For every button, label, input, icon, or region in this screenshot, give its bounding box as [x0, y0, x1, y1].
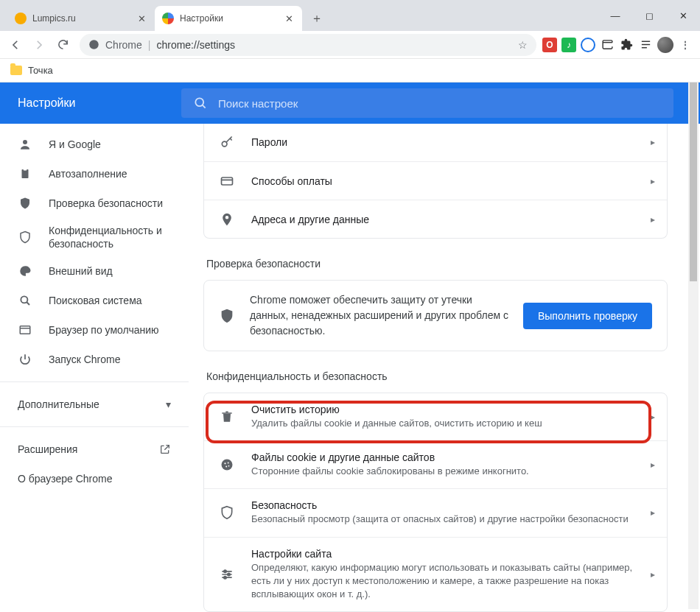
sidebar-extensions[interactable]: Расширения	[0, 435, 189, 464]
svg-line-10	[27, 302, 29, 305]
svg-point-9	[21, 296, 27, 303]
separator	[0, 381, 189, 382]
reload-button[interactable]	[52, 34, 74, 56]
shield-check-icon	[219, 308, 235, 324]
bookmarks-bar: Точка	[0, 59, 700, 82]
ext-icon-3[interactable]	[581, 38, 595, 52]
tab-title: Настройки	[180, 13, 223, 24]
row-site-settings[interactable]: Настройки сайта Определяют, какую информ…	[204, 537, 667, 612]
chevron-down-icon: ▾	[166, 398, 171, 410]
browser-icon	[18, 323, 32, 337]
ext-icon-2[interactable]: ♪	[561, 38, 576, 52]
page-title: Настройки	[0, 96, 169, 110]
svg-rect-8	[24, 169, 27, 171]
ext-icon-4[interactable]	[600, 38, 615, 52]
sidebar-item-autofill[interactable]: Автозаполнение	[0, 159, 189, 189]
svg-point-16	[222, 460, 233, 471]
kebab-menu-icon[interactable]: ⋮	[678, 38, 693, 52]
privacy-section-title: Конфиденциальность и безопасность	[206, 370, 668, 382]
svg-line-5	[203, 105, 206, 108]
address-bar[interactable]: Chrome | chrome://settings ☆	[80, 34, 536, 56]
run-safety-check-button[interactable]: Выполнить проверку	[523, 303, 652, 329]
separator	[0, 426, 189, 427]
external-link-icon	[159, 443, 171, 455]
settings-search[interactable]: Поиск настроек	[181, 88, 673, 118]
chevron-right-icon: ▸	[651, 214, 655, 225]
svg-rect-11	[20, 326, 30, 334]
row-clear-data[interactable]: Очистить историю Удалить файлы cookie и …	[204, 393, 667, 440]
svg-point-20	[228, 465, 230, 467]
favicon-settings	[162, 13, 174, 24]
maximize-button[interactable]: ◻	[632, 0, 666, 31]
card-icon	[219, 174, 235, 189]
shield-check-icon	[18, 197, 32, 210]
search-placeholder: Поиск настроек	[218, 97, 298, 110]
sidebar-item-appearance[interactable]: Внешний вид	[0, 256, 189, 286]
clipboard-icon	[18, 167, 32, 180]
sidebar-advanced[interactable]: Дополнительные ▾	[0, 390, 189, 419]
reading-list-icon[interactable]	[638, 38, 653, 52]
privacy-card: Очистить историю Удалить файлы cookie и …	[203, 393, 668, 612]
tab-lumpics[interactable]: Lumpics.ru ✕	[7, 6, 155, 31]
star-icon[interactable]: ☆	[518, 39, 528, 51]
svg-point-13	[222, 141, 227, 147]
palette-icon	[18, 264, 32, 278]
key-icon	[219, 135, 235, 150]
svg-point-18	[228, 462, 229, 464]
chevron-right-icon: ▸	[651, 176, 655, 186]
sidebar-item-you-and-google[interactable]: Я и Google	[0, 130, 189, 159]
svg-point-6	[23, 140, 27, 144]
trash-icon	[219, 409, 235, 424]
sidebar-item-on-startup[interactable]: Запуск Chrome	[0, 345, 189, 374]
svg-rect-7	[22, 169, 29, 178]
row-security[interactable]: Безопасность Безопасный просмотр (защита…	[204, 488, 667, 536]
settings-sidebar: Я и Google Автозаполнение Проверка безоп…	[0, 124, 189, 612]
location-icon	[219, 212, 235, 227]
sidebar-item-privacy[interactable]: Конфиденциальность и безопасность	[0, 218, 189, 256]
shield-icon	[219, 505, 235, 520]
scrollbar-thumb[interactable]	[690, 82, 697, 281]
svg-point-4	[195, 98, 203, 106]
bookmark-item[interactable]: Точка	[28, 65, 53, 76]
page-scrollbar[interactable]	[688, 82, 699, 609]
minimize-button[interactable]: —	[598, 0, 632, 31]
url-scheme: Chrome	[105, 39, 142, 51]
close-window-button[interactable]: ✕	[666, 0, 700, 31]
ext-icon-1[interactable]: O	[542, 38, 557, 52]
folder-icon	[10, 66, 22, 75]
window-titlebar: Lumpics.ru ✕ Настройки ✕ ＋ — ◻ ✕	[0, 0, 700, 31]
power-icon	[18, 353, 32, 366]
chevron-right-icon: ▸	[651, 137, 655, 147]
extensions-puzzle-icon[interactable]	[619, 38, 634, 52]
svg-point-19	[225, 466, 227, 468]
tab-settings[interactable]: Настройки ✕	[155, 6, 302, 31]
chevron-right-icon: ▸	[651, 460, 655, 470]
svg-rect-14	[222, 177, 233, 185]
svg-point-24	[224, 570, 226, 572]
row-cookies[interactable]: Файлы cookie и другие данные сайтов Стор…	[204, 440, 667, 488]
autofill-card: Пароли ▸ Способы оплаты ▸ Адреса и други…	[203, 124, 668, 239]
row-addresses[interactable]: Адреса и другие данные ▸	[204, 200, 667, 238]
row-payment[interactable]: Способы оплаты ▸	[204, 161, 667, 200]
new-tab-button[interactable]: ＋	[307, 8, 327, 29]
svg-point-26	[224, 576, 226, 578]
sidebar-about[interactable]: О браузере Chrome	[0, 464, 189, 493]
sidebar-item-default-browser[interactable]: Браузер по умолчанию	[0, 315, 189, 345]
safety-description: Chrome поможет обеспечить защиту от утеч…	[250, 292, 508, 339]
window-controls: — ◻ ✕	[598, 0, 700, 31]
sidebar-item-safety-check[interactable]: Проверка безопасности	[0, 189, 189, 218]
row-passwords[interactable]: Пароли ▸	[204, 124, 667, 161]
svg-point-17	[224, 463, 225, 465]
tab-title: Lumpics.ru	[32, 13, 76, 24]
close-icon[interactable]: ✕	[283, 13, 295, 24]
forward-button[interactable]	[28, 34, 50, 56]
profile-avatar[interactable]	[657, 37, 673, 53]
sidebar-item-search-engine[interactable]: Поисковая система	[0, 286, 189, 315]
back-button[interactable]	[4, 34, 27, 56]
chrome-icon	[88, 39, 99, 50]
safety-check-card: Chrome поможет обеспечить защиту от утеч…	[203, 280, 668, 351]
shield-icon	[18, 231, 32, 244]
close-icon[interactable]: ✕	[136, 13, 147, 24]
svg-point-0	[89, 40, 99, 49]
sliders-icon	[219, 567, 235, 582]
